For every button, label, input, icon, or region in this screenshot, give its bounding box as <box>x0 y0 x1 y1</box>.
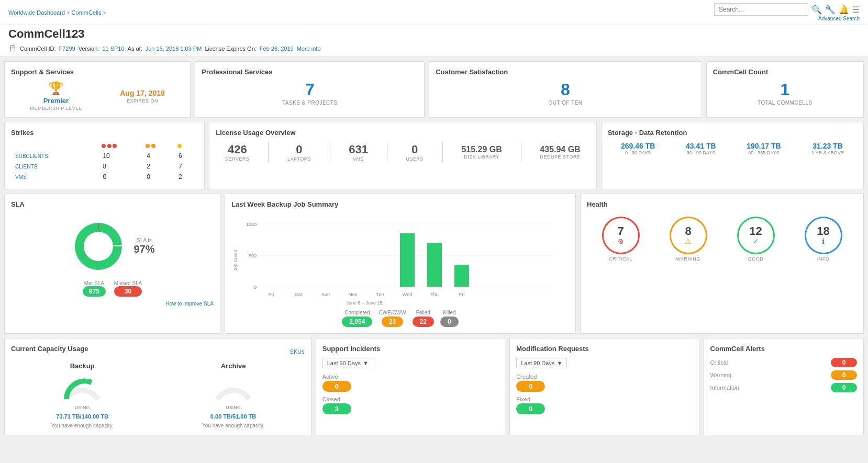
storage-body: 269.46 TB 0 - 30 DAYS 43.41 TB 30 - 90 D… <box>608 142 857 155</box>
alert-info-badge: 0 <box>831 383 857 392</box>
strikes-table: SUBCLIENTS 10 4 6 CLIENTS 8 2 7 VMS 0 <box>11 142 198 183</box>
mod-requests-filter-label: Last 90 Days <box>521 360 554 366</box>
health-warning[interactable]: 8 ⚠ WARNING <box>670 217 707 262</box>
health-circles: 7 ⊗ CRITICAL 8 ⚠ WARNING 12 ✓ <box>587 217 857 262</box>
strikes-col-2 <box>143 143 174 150</box>
capacity-title: Current Capacity Usage <box>11 345 88 353</box>
alerts-card: CommCell Alerts Critical 0 Warning 0 Inf… <box>704 338 864 435</box>
license-dedupe-store-label: DEDUPE STORE <box>540 154 580 160</box>
sla-is-label: SLA is <box>133 238 154 243</box>
strikes-col-1 <box>175 143 197 150</box>
bar-thu <box>427 243 442 287</box>
mod-requests-card: Modification Requests Last 90 Days ▼ Cre… <box>509 338 699 435</box>
sla-badges: Met SLA 975 Missed SLA 30 <box>83 279 142 297</box>
legend-failed-value: 22 <box>413 317 434 327</box>
breadcrumb-worldwide[interactable]: Worldwide Dashboard <box>8 9 65 16</box>
dot-orange-2 <box>151 144 155 148</box>
mod-requests-filter[interactable]: Last 90 Days ▼ <box>516 358 567 368</box>
incident-closed-value: 3 <box>322 403 351 414</box>
top-header: Worldwide Dashboard > CommCells > 🔍 🔧 🔔 … <box>0 0 868 25</box>
row-4: Current Capacity Usage SKUs Backup USING… <box>4 338 864 435</box>
backup-using-label: USING <box>75 405 90 410</box>
mod-fixed-value: 0 <box>516 403 545 414</box>
strikes-subclients-c3: 10 <box>99 151 142 161</box>
dot-orange-1 <box>146 144 150 148</box>
expires-label: EXPIRES ON <box>127 98 158 104</box>
license-label: License Expires On: <box>205 46 256 52</box>
good-ring: 12 ✓ <box>737 217 775 254</box>
wrench-icon[interactable]: 🔧 <box>825 5 836 15</box>
warning-ring: 8 ⚠ <box>670 217 707 254</box>
customer-satisfaction-body: 8 OUT OF TEN <box>436 81 695 106</box>
divider-1 <box>268 142 269 163</box>
bell-icon[interactable]: 🔔 <box>839 5 849 15</box>
strikes-row-subclients: SUBCLIENTS 10 4 6 <box>12 151 197 161</box>
license-laptops: 0 LAPTOPS <box>287 143 311 162</box>
license-servers-label: SERVERS <box>225 156 249 162</box>
more-info-link[interactable]: More info <box>297 46 321 52</box>
advanced-search-link[interactable]: Advanced Search <box>818 16 860 21</box>
alert-info-label: Information <box>710 385 739 391</box>
storage-0-30-label: 0 - 30 DAYS <box>621 150 655 155</box>
search-button[interactable]: 🔍 <box>811 5 822 15</box>
strikes-clients-name: CLIENTS <box>12 162 98 171</box>
strikes-subclients-c1: 6 <box>175 151 197 161</box>
commcell-count-title: CommCell Count <box>713 68 857 76</box>
critical-num: 7 <box>617 225 624 237</box>
menu-icon[interactable]: ☰ <box>852 5 860 15</box>
mod-requests-title: Modification Requests <box>516 345 692 353</box>
license-dedupe-store-num: 435.94 GB <box>540 145 580 154</box>
archive-gauge-bg <box>218 390 249 399</box>
page-title: CommCell123 <box>8 27 85 41</box>
alerts-body: Critical 0 Warning 0 Information 0 <box>710 358 857 392</box>
strikes-clients-c3: 8 <box>99 162 142 171</box>
strikes-clients-c2: 2 <box>143 162 174 171</box>
skus-link[interactable]: SKUs <box>290 348 305 355</box>
license-vms-label: VMs <box>349 156 368 162</box>
title-row: CommCell123 <box>0 25 868 42</box>
archive-using-value: 0.00 TB/51.00 TB <box>210 413 256 420</box>
search-input[interactable] <box>714 3 808 16</box>
license-disk-library-label: DISK LIBRARY <box>461 154 502 160</box>
x-label-tue: Tue <box>376 292 384 297</box>
sla-card: SLA SLA is 97% <box>4 194 220 334</box>
license-usage-body: 426 SERVERS 0 LAPTOPS 631 VMs 0 USERS <box>216 142 589 163</box>
legend-killed: Killed 0 <box>440 310 459 327</box>
dot-red-1 <box>102 144 106 148</box>
y-axis-label: Job Count <box>233 250 238 271</box>
commcell-count-card: CommCell Count 1 TOTAL COMMCELLS <box>706 61 864 118</box>
y-tick-1000: 1000 <box>246 222 257 227</box>
row-1: Support & Services 🏆 Premier MEMBERSHIP … <box>4 61 864 118</box>
good-num: 12 <box>749 225 762 237</box>
membership-name[interactable]: Premier <box>43 97 69 105</box>
sla-percent: 97% <box>133 243 154 255</box>
health-critical[interactable]: 7 ⊗ CRITICAL <box>602 217 640 262</box>
support-incidents-title: Support Incidents <box>322 345 498 353</box>
bar-wed <box>400 233 415 287</box>
archive-note: You have enough capacity. <box>202 423 264 428</box>
version-value: 11 SP10 <box>102 46 124 52</box>
archive-capacity-title: Archive <box>221 362 246 370</box>
sub-header: 🖥 CommCell ID: F7299 Version: 11 SP10 As… <box>0 42 868 57</box>
legend-completed-value: 2,054 <box>342 317 372 327</box>
commcell-count-value[interactable]: 1 <box>713 81 857 98</box>
backup-gauge-svg <box>61 373 103 402</box>
commcell-id-value[interactable]: F7299 <box>59 46 75 52</box>
x-label-thu: Thu <box>430 292 439 297</box>
sla-body: SLA is 97% Met SLA 975 Missed SLA 30 How… <box>11 213 214 307</box>
sla-improve-link[interactable]: How to Improve SLA <box>11 301 214 307</box>
strikes-card: Strikes <box>4 122 205 189</box>
legend-failed: Failed 22 <box>413 310 434 327</box>
info-icon: ℹ <box>822 237 825 245</box>
strikes-row-clients: CLIENTS 8 2 7 <box>12 162 197 171</box>
health-good[interactable]: 12 ✓ GOOD <box>737 217 775 262</box>
strikes-subclients-name: SUBCLIENTS <box>12 151 98 161</box>
professional-services-count[interactable]: 7 <box>202 81 418 98</box>
support-incidents-filter[interactable]: Last 90 Days ▼ <box>322 358 373 368</box>
health-info[interactable]: 18 ℹ INFO <box>805 217 842 262</box>
backup-job-title: Last Week Backup Job Summary <box>231 200 569 208</box>
warning-num: 8 <box>685 225 691 237</box>
breadcrumb-commcells[interactable]: CommCells <box>72 9 102 16</box>
commcell-count-label: TOTAL COMMCELLS <box>713 100 857 106</box>
incident-metrics: Active 0 Closed 3 <box>322 374 498 414</box>
